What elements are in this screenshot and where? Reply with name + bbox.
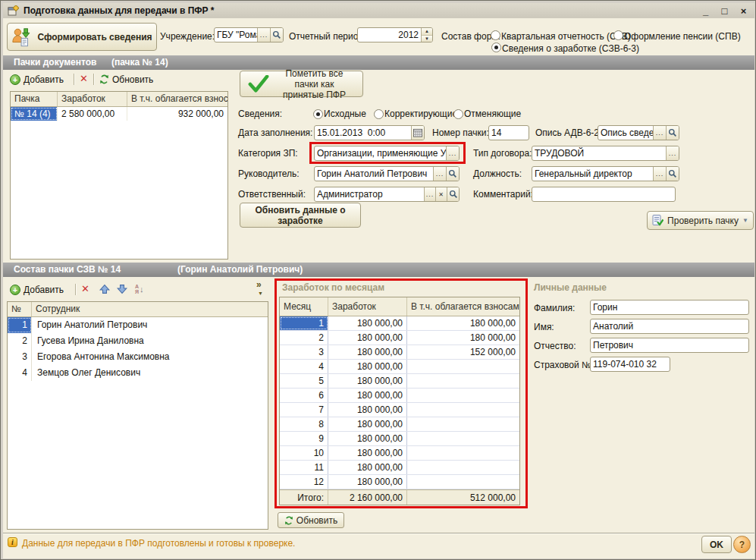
employee-number-cell[interactable]: 3 bbox=[8, 349, 32, 365]
month-taxed-cell[interactable]: 152 000,00 bbox=[407, 345, 519, 359]
month-earnings-cell[interactable]: 180 000,00 bbox=[328, 475, 407, 489]
month-cell[interactable]: 2 bbox=[280, 331, 328, 344]
pack-number-field[interactable]: 14 bbox=[488, 125, 529, 140]
update-earnings-button[interactable]: Обновить данные о заработке bbox=[240, 203, 361, 228]
lastname-field[interactable]: Горин bbox=[590, 300, 749, 315]
insurance-number-field[interactable]: 119-074-010 32 bbox=[590, 357, 670, 372]
month-cell[interactable]: 5 bbox=[280, 374, 328, 388]
title-bar[interactable]: Подготовка данных для передачи в ПФР * _… bbox=[3, 3, 754, 18]
month-cell[interactable]: 11 bbox=[280, 461, 328, 474]
manager-field[interactable]: Горин Анатолий Петрович ... bbox=[314, 166, 460, 181]
responsible-ellipsis-button[interactable]: ... bbox=[424, 187, 435, 201]
earnings-month-row[interactable]: 11180 000,00 bbox=[280, 461, 519, 475]
help-button[interactable]: ? bbox=[733, 536, 751, 553]
inventory-search-icon[interactable] bbox=[666, 126, 679, 140]
month-cell[interactable]: 9 bbox=[280, 432, 328, 445]
month-taxed-cell[interactable] bbox=[407, 446, 519, 460]
earnings-month-row[interactable]: 6180 000,00 bbox=[280, 389, 519, 403]
close-icon[interactable]: × bbox=[737, 5, 750, 17]
packs-table-row[interactable]: № 14 (4)2 580 000,00932 000,00 bbox=[11, 107, 227, 121]
institution-field[interactable]: ГБУ "Рома ... bbox=[214, 27, 284, 42]
institution-search-icon[interactable] bbox=[270, 28, 283, 42]
responsible-clear-icon[interactable]: ✕ bbox=[435, 187, 447, 201]
month-earnings-cell[interactable]: 180 000,00 bbox=[328, 374, 407, 388]
check-pack-button[interactable]: Проверить пачку ▼ bbox=[647, 211, 754, 230]
employee-number-cell[interactable]: 1 bbox=[8, 317, 32, 333]
move-up-icon[interactable] bbox=[99, 284, 110, 294]
period-field[interactable]: 2012 ▲ ▼ bbox=[357, 27, 433, 42]
month-taxed-cell[interactable] bbox=[407, 417, 519, 431]
month-taxed-cell[interactable] bbox=[407, 475, 519, 489]
month-taxed-cell[interactable] bbox=[407, 403, 519, 417]
pack-taxed-cell[interactable]: 932 000,00 bbox=[127, 107, 227, 121]
maximize-icon[interactable]: □ bbox=[718, 5, 731, 17]
minimize-icon[interactable]: _ bbox=[699, 5, 712, 17]
month-earnings-cell[interactable]: 180 000,00 bbox=[328, 316, 407, 330]
earnings-month-row[interactable]: 12180 000,00 bbox=[280, 475, 519, 489]
manager-ellipsis-button[interactable]: ... bbox=[433, 167, 446, 181]
earnings-month-row[interactable]: 9180 000,00 bbox=[280, 432, 519, 446]
earnings-month-row[interactable]: 7180 000,00 bbox=[280, 403, 519, 417]
month-earnings-cell[interactable]: 180 000,00 bbox=[328, 403, 407, 417]
position-ellipsis-button[interactable]: ... bbox=[653, 167, 666, 181]
packs-add-icon[interactable]: + bbox=[10, 74, 20, 85]
institution-ellipsis-button[interactable]: ... bbox=[257, 28, 270, 42]
manager-search-icon[interactable] bbox=[446, 167, 459, 181]
employee-number-cell[interactable]: 4 bbox=[8, 365, 32, 381]
position-search-icon[interactable] bbox=[666, 167, 679, 181]
month-taxed-cell[interactable]: 180 000,00 bbox=[407, 316, 519, 330]
position-field[interactable]: Генеральный директор ... bbox=[532, 166, 679, 181]
month-taxed-cell[interactable] bbox=[407, 461, 519, 474]
earnings-month-row[interactable]: 10180 000,00 bbox=[280, 446, 519, 461]
earnings-month-row[interactable]: 2180 000,00180 000,00 bbox=[280, 331, 519, 345]
month-earnings-cell[interactable]: 180 000,00 bbox=[328, 432, 407, 445]
employee-row[interactable]: 3Егорова Антонина Максимовна bbox=[8, 349, 268, 365]
month-taxed-cell[interactable] bbox=[407, 432, 519, 445]
month-cell[interactable]: 8 bbox=[280, 417, 328, 431]
month-cell[interactable]: 12 bbox=[280, 475, 328, 489]
contract-type-field[interactable]: ТРУДОВОЙ ... bbox=[532, 146, 679, 161]
spin-up-icon[interactable]: ▲ bbox=[422, 28, 432, 35]
month-earnings-cell[interactable]: 180 000,00 bbox=[328, 461, 407, 474]
earnings-month-row[interactable]: 1180 000,00180 000,00 bbox=[280, 316, 519, 331]
employees-add-icon[interactable]: + bbox=[10, 285, 20, 295]
packs-refresh-icon[interactable] bbox=[99, 74, 109, 84]
month-earnings-cell[interactable]: 180 000,00 bbox=[328, 360, 407, 373]
move-down-icon[interactable] bbox=[117, 284, 127, 294]
pack-earnings-cell[interactable]: 2 580 000,00 bbox=[58, 107, 127, 121]
responsible-field[interactable]: Администратор ... ✕ bbox=[314, 187, 460, 202]
month-taxed-cell[interactable]: 180 000,00 bbox=[407, 331, 519, 344]
employee-row[interactable]: 1Горин Анатолий Петрович bbox=[8, 317, 268, 333]
month-cell[interactable]: 6 bbox=[280, 389, 328, 402]
packs-refresh-button[interactable]: Обновить bbox=[112, 74, 153, 86]
packs-add-button[interactable]: Добавить bbox=[24, 74, 64, 86]
employee-name-cell[interactable]: Горин Анатолий Петрович bbox=[32, 317, 268, 333]
comment-field[interactable] bbox=[532, 187, 676, 202]
employees-delete-icon[interactable]: ✕ bbox=[81, 283, 89, 294]
employee-number-cell[interactable]: 2 bbox=[8, 333, 32, 349]
employee-row[interactable]: 4Земцов Олег Денисович bbox=[8, 365, 268, 381]
employees-add-button[interactable]: Добавить bbox=[24, 285, 64, 296]
radio-cancelling[interactable] bbox=[453, 109, 463, 119]
employee-name-cell[interactable]: Егорова Антонина Максимовна bbox=[32, 349, 268, 365]
radio-pension[interactable] bbox=[613, 30, 623, 40]
radio-quarterly[interactable] bbox=[491, 30, 500, 40]
month-cell[interactable]: 1 bbox=[280, 316, 328, 330]
pack-number-cell[interactable]: № 14 (4) bbox=[11, 107, 58, 121]
middlename-field[interactable]: Петрович bbox=[590, 338, 749, 353]
earnings-month-row[interactable]: 3180 000,00152 000,00 bbox=[280, 345, 519, 360]
radio-correcting[interactable] bbox=[374, 109, 384, 119]
generate-data-button[interactable]: Сформировать сведения bbox=[7, 23, 157, 51]
category-ellipsis-button[interactable]: ... bbox=[446, 146, 459, 160]
ok-button[interactable]: OK bbox=[701, 536, 732, 553]
radio-initial[interactable] bbox=[313, 109, 323, 119]
month-earnings-cell[interactable]: 180 000,00 bbox=[328, 389, 407, 402]
mark-all-packs-button[interactable]: Пометить все пачки как принятые ПФР bbox=[240, 71, 363, 97]
employee-row[interactable]: 2Гусева Ирина Даниловна bbox=[8, 333, 268, 349]
month-earnings-cell[interactable]: 180 000,00 bbox=[328, 345, 407, 359]
spin-down-icon[interactable]: ▼ bbox=[422, 35, 432, 42]
category-field[interactable]: Организации, применяющие УСН, ... bbox=[314, 146, 460, 161]
radio-earnings-info[interactable] bbox=[491, 42, 501, 52]
employee-name-cell[interactable]: Гусева Ирина Даниловна bbox=[32, 333, 268, 349]
contract-ellipsis-button[interactable]: ... bbox=[666, 146, 679, 160]
